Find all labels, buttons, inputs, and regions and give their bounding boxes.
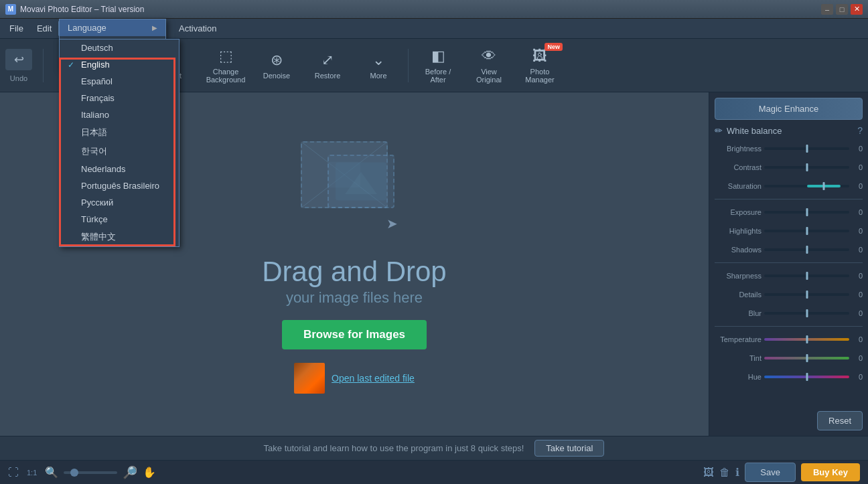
maximize-button[interactable]: □ — [836, 4, 848, 15]
contrast-track[interactable] — [764, 166, 849, 169]
menu-edit[interactable]: Edit — [30, 21, 58, 36]
lang-deutsch[interactable]: Deutsch — [60, 39, 179, 56]
bottom-right-actions: Save Buy Key — [745, 463, 860, 482]
zoom-slider[interactable] — [64, 471, 117, 474]
hue-track[interactable] — [764, 376, 849, 378]
lang-italiano[interactable]: Italiano — [60, 106, 179, 123]
lang-english[interactable]: ✓ English — [60, 56, 179, 73]
toolbar-separator-2 — [408, 49, 409, 82]
help-icon[interactable]: ? — [857, 125, 863, 136]
shadows-row: Shadows 0 — [715, 242, 863, 257]
white-balance-label: White balance — [727, 126, 853, 136]
sharpness-track[interactable] — [764, 274, 849, 277]
undo-label: Undo — [10, 74, 27, 82]
toolbar-before-after[interactable]: ◧ Before / After — [414, 42, 462, 90]
eyedropper-icon: ✏ — [715, 125, 723, 136]
lang-korean[interactable]: 한국어 — [60, 142, 179, 161]
undo-group: ↩ Undo — [5, 49, 32, 82]
magic-enhance-button[interactable]: Magic Enhance — [715, 98, 863, 120]
zoom-out-icon[interactable]: 🔍 — [45, 466, 58, 479]
contrast-row: Contrast 0 — [715, 160, 863, 175]
saturation-track[interactable] — [764, 185, 849, 187]
hue-value: 0 — [852, 373, 863, 381]
app-icon: M — [5, 4, 16, 15]
save-button[interactable]: Save — [745, 463, 796, 482]
more-icon: ⌄ — [372, 52, 384, 69]
toolbar-more[interactable]: ⌄ More — [354, 42, 403, 90]
brightness-row: Brightness 0 — [715, 141, 863, 156]
tint-track[interactable] — [764, 357, 849, 359]
sharpness-label: Sharpness — [715, 272, 762, 280]
brightness-label: Brightness — [715, 145, 762, 153]
shadows-label: Shadows — [715, 246, 762, 254]
browse-images-button[interactable]: Browse for Images — [282, 320, 427, 349]
blur-row: Blur 0 — [715, 306, 863, 321]
info-icon[interactable]: ℹ — [735, 466, 739, 479]
details-row: Details 0 — [715, 287, 863, 302]
reset-button[interactable]: Reset — [817, 411, 863, 430]
lang-turkish[interactable]: Türkçe — [60, 211, 179, 228]
menu-bar: File Edit Settings About Help Activation… — [0, 19, 868, 39]
menu-activation[interactable]: Activation — [172, 21, 223, 36]
divider-1 — [715, 199, 863, 199]
lang-portuguese[interactable]: Português Brasileiro — [60, 177, 179, 194]
open-last-file-link[interactable]: Open last edited file — [332, 373, 415, 384]
toolbar-photo-manager[interactable]: New 🖼 Photo Manager — [516, 42, 564, 90]
tint-row: Tint 0 — [715, 351, 863, 366]
brightness-track[interactable] — [764, 147, 849, 150]
fullscreen-icon[interactable]: ⛶ — [8, 467, 19, 479]
hand-tool-icon[interactable]: ✋ — [143, 466, 156, 479]
saturation-row: Saturation 0 — [715, 179, 863, 193]
title-bar: M Movavi Photo Editor – Trial version – … — [0, 0, 868, 19]
contrast-label: Contrast — [715, 163, 762, 171]
exposure-value: 0 — [852, 208, 863, 216]
lang-espanol[interactable]: Español — [60, 73, 179, 90]
highlights-track[interactable] — [764, 230, 849, 232]
restore-icon: ⤢ — [321, 52, 334, 69]
details-track[interactable] — [764, 293, 849, 296]
zoom-thumb — [70, 469, 78, 477]
toolbar-change-background[interactable]: ⬚ Change Background — [202, 42, 250, 90]
exposure-track[interactable] — [764, 211, 849, 214]
image-info-icon[interactable]: 🖼 — [703, 467, 714, 479]
temperature-track[interactable] — [764, 338, 849, 341]
delete-icon[interactable]: 🗑 — [719, 467, 730, 479]
lang-japanese[interactable]: 日本語 — [60, 123, 179, 142]
zoom-label: 1:1 — [27, 469, 37, 477]
lang-francais[interactable]: Français — [60, 90, 179, 106]
toolbar-restore[interactable]: ⤢ Restore — [303, 42, 352, 90]
details-label: Details — [715, 291, 762, 299]
toolbar-view-original[interactable]: 👁 View Original — [465, 42, 513, 90]
tutorial-text: Take tutorial and learn how to use the p… — [264, 443, 524, 453]
drop-zone: ➤ Drag and Drop your image files here Br… — [262, 135, 446, 393]
take-tutorial-button[interactable]: Take tutorial — [534, 440, 604, 457]
menu-file[interactable]: File — [3, 21, 30, 36]
denoise-icon: ⊛ — [271, 52, 283, 69]
window-controls: – □ ✕ — [821, 4, 863, 15]
zoom-in-icon[interactable]: 🔎 — [123, 465, 137, 480]
hue-label: Hue — [715, 373, 762, 381]
exposure-row: Exposure 0 — [715, 205, 863, 220]
lang-dutch[interactable]: Nederlands — [60, 161, 179, 177]
minimize-button[interactable]: – — [821, 4, 833, 15]
buy-key-button[interactable]: Buy Key — [801, 463, 860, 481]
drag-drop-title: Drag and Drop — [262, 255, 446, 289]
undo-button[interactable]: ↩ — [5, 49, 32, 70]
exposure-label: Exposure — [715, 208, 762, 216]
saturation-value: 0 — [852, 182, 863, 190]
white-balance-row: ✏ White balance ? — [715, 124, 863, 137]
shadows-value: 0 — [852, 246, 863, 254]
settings-language[interactable]: Language ▶ — [60, 19, 165, 36]
sharpness-row: Sharpness 0 — [715, 268, 863, 283]
blur-track[interactable] — [764, 312, 849, 315]
right-panel: Magic Enhance ✏ White balance ? Brightne… — [709, 92, 868, 436]
blur-label: Blur — [715, 309, 762, 317]
sharpness-value: 0 — [852, 272, 863, 280]
close-button[interactable]: ✕ — [851, 4, 863, 15]
shadows-track[interactable] — [764, 248, 849, 251]
saturation-label: Saturation — [715, 182, 762, 190]
toolbar-denoise[interactable]: ⊛ Denoise — [252, 42, 301, 90]
highlights-value: 0 — [852, 227, 863, 235]
lang-chinese[interactable]: 繁體中文 — [60, 228, 179, 246]
lang-russian[interactable]: Русский — [60, 194, 179, 211]
